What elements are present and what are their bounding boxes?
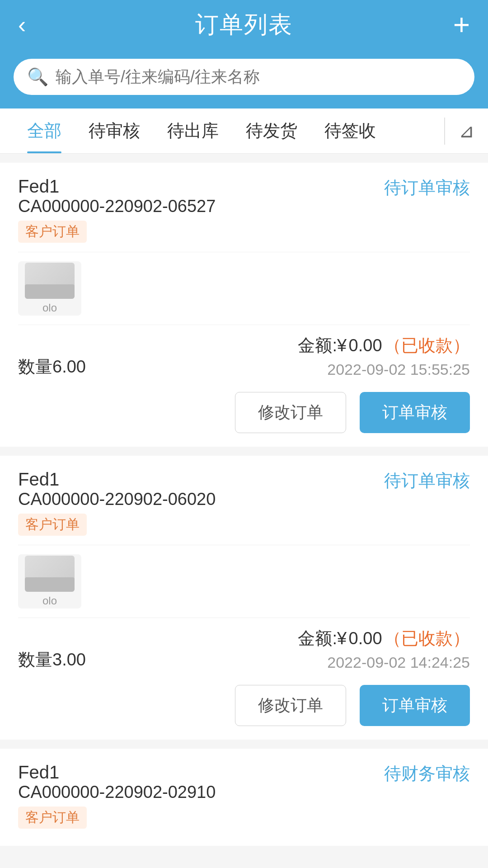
order-customer: Fed1 CA000000-220902-06020 客户订单 xyxy=(18,469,216,536)
tab-pending-review[interactable]: 待审核 xyxy=(75,108,154,153)
order-info-row: 数量3.00 金额:¥ 0.00 （已收款） 2022-09-02 14:24:… xyxy=(18,627,470,671)
order-divider xyxy=(18,252,470,252)
back-button[interactable]: ‹ xyxy=(18,11,45,38)
order-info-row: 数量6.00 金额:¥ 0.00 （已收款） 2022-09-02 15:55:… xyxy=(18,334,470,378)
tab-pending-sign[interactable]: 待签收 xyxy=(311,108,389,153)
search-input[interactable] xyxy=(56,67,461,86)
order-card: Fed1 CA000000-220902-06527 客户订单 待订单审核 ol… xyxy=(0,163,488,447)
order-customer: Fed1 CA000000-220902-06527 客户订单 xyxy=(18,176,216,243)
order-amount-line: 金额:¥ 0.00 （已收款） xyxy=(298,627,470,650)
order-type-badge: 客户订单 xyxy=(18,221,87,243)
edit-order-button[interactable]: 修改订单 xyxy=(235,685,346,726)
order-quantity: 数量3.00 xyxy=(18,648,86,671)
order-datetime: 2022-09-02 15:55:25 xyxy=(298,361,470,378)
order-divider-2 xyxy=(18,618,470,618)
product-thumbnail: olo xyxy=(18,261,81,316)
order-header: Fed1 CA000000-220902-02910 客户订单 待财务审核 xyxy=(18,762,470,829)
tab-bar: 全部 待审核 待出库 待发货 待签收 ⊿ xyxy=(0,108,488,154)
add-button[interactable]: + xyxy=(443,8,470,42)
order-divider xyxy=(18,545,470,545)
filter-button[interactable]: ⊿ xyxy=(445,120,474,142)
order-actions: 修改订单 订单审核 xyxy=(18,392,470,433)
search-icon: 🔍 xyxy=(27,67,48,87)
order-card: Fed1 CA000000-220902-02910 客户订单 待财务审核 xyxy=(0,749,488,846)
order-type-badge: 客户订单 xyxy=(18,514,87,536)
tab-pending-ship[interactable]: 待发货 xyxy=(232,108,311,153)
order-actions: 修改订单 订单审核 xyxy=(18,685,470,726)
page-title: 订单列表 xyxy=(195,9,293,41)
order-amount-block: 金额:¥ 0.00 （已收款） 2022-09-02 14:24:25 xyxy=(298,627,470,671)
paid-status: （已收款） xyxy=(384,629,470,648)
product-thumbnail: olo xyxy=(18,554,81,609)
thumb-image xyxy=(25,556,75,592)
order-quantity: 数量6.00 xyxy=(18,355,86,378)
order-divider-2 xyxy=(18,325,470,325)
order-status: 待订单审核 xyxy=(384,469,470,492)
order-status: 待财务审核 xyxy=(384,762,470,785)
edit-order-button[interactable]: 修改订单 xyxy=(235,392,346,433)
tab-all[interactable]: 全部 xyxy=(14,108,75,153)
order-customer: Fed1 CA000000-220902-02910 客户订单 xyxy=(18,762,216,829)
thumb-label: olo xyxy=(42,594,57,607)
order-card: Fed1 CA000000-220902-06020 客户订单 待订单审核 ol… xyxy=(0,456,488,740)
order-amount-block: 金额:¥ 0.00 （已收款） 2022-09-02 15:55:25 xyxy=(298,334,470,378)
thumb-label: olo xyxy=(42,302,57,314)
order-header: Fed1 CA000000-220902-06527 客户订单 待订单审核 xyxy=(18,176,470,243)
search-input-wrap: 🔍 xyxy=(14,59,474,95)
order-datetime: 2022-09-02 14:24:25 xyxy=(298,654,470,671)
order-list: Fed1 CA000000-220902-06527 客户订单 待订单审核 ol… xyxy=(0,154,488,864)
filter-icon: ⊿ xyxy=(459,120,474,142)
order-type-badge: 客户订单 xyxy=(18,807,87,829)
tab-pending-outbound[interactable]: 待出库 xyxy=(154,108,232,153)
order-header: Fed1 CA000000-220902-06020 客户订单 待订单审核 xyxy=(18,469,470,536)
order-status: 待订单审核 xyxy=(384,176,470,199)
search-bar: 🔍 xyxy=(0,50,488,108)
thumb-image xyxy=(25,263,75,299)
header: ‹ 订单列表 + xyxy=(0,0,488,50)
paid-status: （已收款） xyxy=(384,336,470,355)
confirm-order-button[interactable]: 订单审核 xyxy=(360,392,470,433)
order-amount-line: 金额:¥ 0.00 （已收款） xyxy=(298,334,470,357)
confirm-order-button[interactable]: 订单审核 xyxy=(360,685,470,726)
